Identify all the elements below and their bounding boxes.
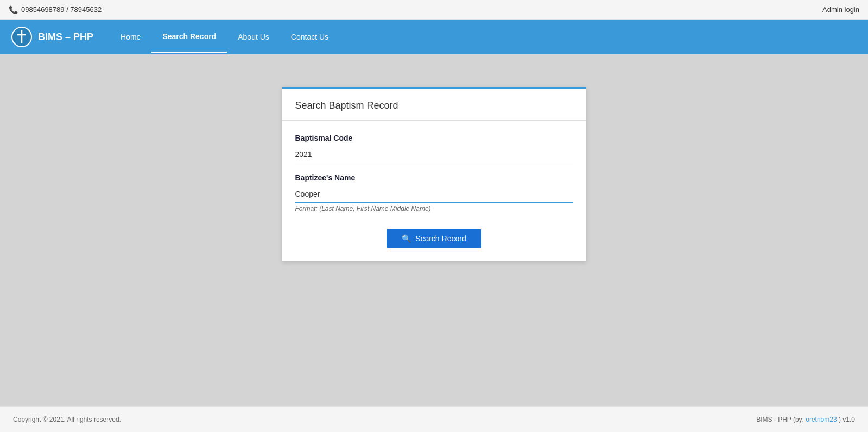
nav-about-us[interactable]: About Us [227, 22, 280, 52]
navbar: BIMS – PHP Home Search Record About Us C… [0, 20, 868, 54]
brand-name: BIMS – PHP [38, 32, 93, 43]
footer-copyright: Copyright © 2021. All rights reserved. [13, 416, 121, 423]
baptizee-name-label: Baptizee's Name [295, 173, 573, 182]
search-button-label: Search Record [415, 234, 466, 243]
nav-search-record[interactable]: Search Record [151, 21, 227, 53]
main-content: Search Baptism Record Baptismal Code Bap… [0, 54, 868, 406]
search-record-button[interactable]: 🔍 Search Record [387, 229, 481, 248]
nav-links: Home Search Record About Us Contact Us [110, 21, 339, 53]
baptizee-name-input[interactable] [295, 186, 573, 203]
footer-attribution-prefix: BIMS - PHP (by: [756, 416, 806, 423]
baptismal-code-label: Baptismal Code [295, 134, 573, 142]
card-body: Baptismal Code Baptizee's Name Format: (… [282, 121, 586, 261]
phone-number: 📞 09854698789 / 78945632 [9, 5, 102, 14]
footer-attribution: BIMS - PHP (by: oretnom23 ) v1.0 [756, 416, 855, 423]
brand-logo [11, 26, 33, 48]
name-format-hint: Format: (Last Name, First Name Middle Na… [295, 205, 573, 212]
baptismal-code-input[interactable] [295, 147, 573, 162]
footer-attribution-suffix: ) v1.0 [837, 416, 855, 423]
footer: Copyright © 2021. All rights reserved. B… [0, 406, 868, 432]
nav-contact-us[interactable]: Contact Us [280, 22, 339, 52]
search-btn-container: 🔍 Search Record [295, 223, 573, 248]
admin-login-link[interactable]: Admin login [822, 5, 859, 14]
search-icon: 🔍 [402, 234, 411, 243]
brand: BIMS – PHP [11, 26, 93, 48]
search-card: Search Baptism Record Baptismal Code Bap… [282, 87, 586, 261]
top-bar: 📞 09854698789 / 78945632 Admin login [0, 0, 868, 20]
baptizee-name-group: Baptizee's Name Format: (Last Name, Firs… [295, 173, 573, 212]
footer-author-link[interactable]: oretnom23 [806, 416, 837, 423]
baptismal-code-group: Baptismal Code [295, 134, 573, 162]
phone-icon: 📞 [9, 5, 18, 14]
card-title: Search Baptism Record [295, 100, 573, 111]
phone-text: 09854698789 / 78945632 [21, 5, 102, 14]
card-header: Search Baptism Record [282, 89, 586, 121]
nav-home[interactable]: Home [110, 22, 151, 52]
